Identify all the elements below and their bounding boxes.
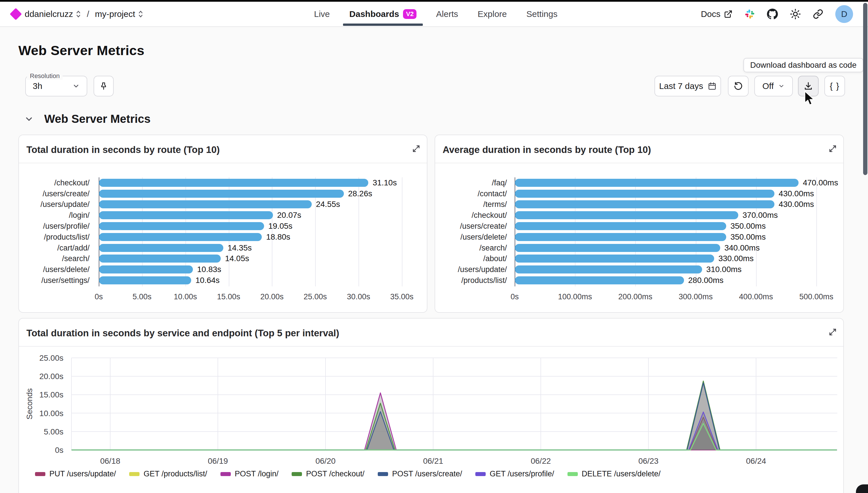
- link-icon: [813, 9, 823, 19]
- tab-alerts[interactable]: Alerts: [426, 2, 468, 26]
- x-tick-label: 35.00s: [390, 293, 413, 301]
- bar-row: /checkout/370.00ms: [435, 210, 843, 221]
- legend-swatch: [220, 472, 231, 476]
- x-tick-label: 100.00ms: [558, 293, 592, 301]
- section-header[interactable]: Web Server Metrics: [24, 112, 151, 125]
- bar-value-label: 28.26s: [348, 189, 372, 198]
- auto-refresh-value: Off: [762, 81, 774, 91]
- expand-panel-button[interactable]: [828, 328, 837, 336]
- series-fill: [71, 417, 837, 450]
- theme-toggle-button[interactable]: [790, 8, 801, 20]
- topbar-actions: Docs: [701, 2, 853, 26]
- legend-swatch: [378, 472, 388, 476]
- category-label: /login/: [19, 211, 89, 220]
- updown-chevron-icon: [76, 10, 81, 18]
- github-button[interactable]: [767, 8, 778, 20]
- x-tick-label: 06/18: [100, 456, 120, 466]
- bar-value-label: 31.10s: [373, 178, 397, 187]
- bar-value-label: 14.35s: [228, 243, 252, 253]
- legend-item[interactable]: GET /products/list/: [129, 470, 207, 478]
- project-name: my-project: [95, 9, 135, 19]
- y-tick-label: 5.00s: [44, 427, 64, 436]
- bar-value-label: 19.05s: [268, 221, 293, 231]
- series-line: [71, 393, 837, 450]
- legend-item[interactable]: POST /users/create/: [378, 470, 462, 478]
- tab-live[interactable]: Live: [304, 2, 340, 26]
- bar-row: /users/delete/350.00ms: [435, 232, 843, 242]
- bar-value-label: 470.00ms: [803, 178, 838, 187]
- bar-row: /about/330.00ms: [435, 253, 843, 264]
- tooltip: Download dashboard as code: [743, 58, 863, 72]
- category-label: /search/: [435, 243, 507, 252]
- series-fill: [71, 383, 837, 450]
- x-tick-label: 06/22: [531, 456, 551, 466]
- tab-explore[interactable]: Explore: [468, 2, 517, 26]
- tab-label: Dashboards: [349, 9, 399, 19]
- org-selector[interactable]: ddanielcruzz: [25, 9, 81, 19]
- series-line: [71, 383, 837, 450]
- series-line: [71, 417, 837, 450]
- app-logo-icon[interactable]: [10, 8, 22, 20]
- bar-value-label: 14.05s: [225, 254, 249, 263]
- slack-button[interactable]: [745, 9, 755, 19]
- category-label: /user/settings/: [19, 276, 89, 285]
- bar-value-label: 350.00ms: [731, 232, 766, 242]
- tab-label: Live: [314, 9, 330, 19]
- legend-item[interactable]: POST /checkout/: [292, 470, 364, 478]
- calendar-icon: [708, 82, 716, 90]
- bar: [515, 276, 684, 284]
- resolution-value: 3h: [33, 81, 42, 91]
- project-selector[interactable]: my-project: [95, 9, 143, 19]
- download-icon: [804, 82, 813, 91]
- x-tick-label: 20.00s: [260, 293, 283, 301]
- category-label: /users/create/: [435, 222, 507, 231]
- bar-row: /products/list/18.80s: [19, 232, 427, 242]
- chevron-down-icon: [778, 83, 785, 89]
- panel-title: Total duration in seconds by service and…: [26, 328, 339, 339]
- category-label: /cart/add/: [19, 243, 89, 252]
- scrollbar-thumb[interactable]: [863, 3, 867, 175]
- legend-item[interactable]: GET /users/profile/: [475, 470, 554, 478]
- user-avatar[interactable]: D: [835, 5, 853, 23]
- topbar: ddanielcruzz / my-project LiveDashboards…: [0, 2, 868, 27]
- legend-item[interactable]: POST /login/: [220, 470, 279, 478]
- bar-row: /users/create/350.00ms: [435, 221, 843, 232]
- bar: [515, 190, 775, 198]
- bar: [515, 200, 775, 208]
- category-label: /search/: [19, 254, 89, 263]
- y-tick-label: 20.00s: [39, 372, 63, 381]
- series-line: [71, 424, 837, 450]
- pin-button[interactable]: [93, 76, 114, 97]
- tab-settings[interactable]: Settings: [517, 2, 567, 26]
- main-nav: LiveDashboardsV2AlertsExploreSettings: [304, 2, 567, 26]
- bar-value-label: 330.00ms: [718, 254, 754, 263]
- series-fill: [71, 424, 837, 450]
- legend-item[interactable]: PUT /users/update/: [35, 470, 116, 478]
- docs-link[interactable]: Docs: [701, 9, 733, 19]
- tab-label: Alerts: [436, 9, 458, 19]
- bar-value-label: 18.80s: [266, 232, 290, 242]
- chart-legend: PUT /users/update/GET /products/list/POS…: [35, 470, 660, 478]
- x-tick-label: 06/21: [423, 456, 443, 466]
- share-link-button[interactable]: [813, 9, 823, 19]
- time-range-button[interactable]: Last 7 days: [654, 76, 721, 97]
- auto-refresh-select[interactable]: Off: [754, 76, 793, 97]
- refresh-icon: [734, 82, 743, 91]
- category-label: /users/delete/: [435, 232, 507, 241]
- tab-dashboards[interactable]: DashboardsV2: [340, 2, 426, 26]
- panel-title: Average duration in seconds by route (To…: [443, 144, 651, 155]
- bar-row: /search/14.05s: [19, 253, 427, 264]
- category-label: /about/: [435, 254, 507, 263]
- expand-panel-button[interactable]: [828, 144, 837, 153]
- category-label: /users/delete/: [19, 265, 89, 274]
- bar: [99, 190, 344, 198]
- expand-icon: [412, 144, 421, 153]
- json-view-button[interactable]: { }: [824, 76, 845, 97]
- expand-panel-button[interactable]: [412, 144, 421, 153]
- legend-label: PUT /users/update/: [49, 470, 116, 478]
- refresh-button[interactable]: [728, 76, 748, 97]
- bar: [515, 233, 726, 241]
- legend-item[interactable]: DELETE /users/delete/: [568, 470, 661, 478]
- divider: [19, 346, 843, 347]
- bar: [99, 222, 264, 230]
